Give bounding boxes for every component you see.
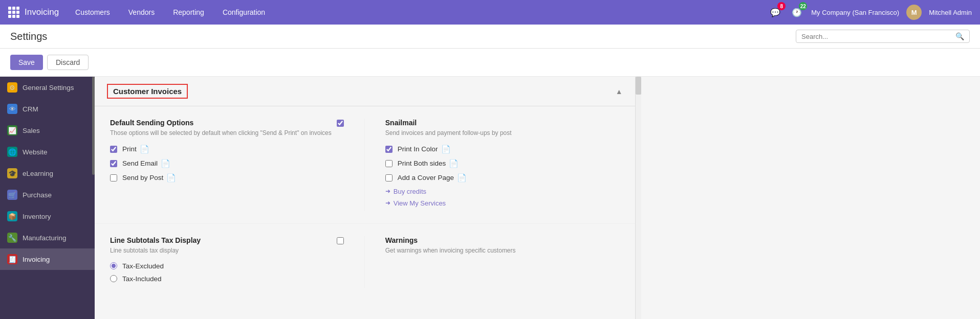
messages-count: 8 bbox=[777, 2, 786, 10]
content-scrollbar[interactable] bbox=[635, 77, 641, 319]
search-icon: 🔍 bbox=[955, 32, 964, 40]
action-bar: Save Discard bbox=[0, 49, 980, 77]
tax-included-label: Tax-Included bbox=[122, 275, 162, 283]
sidebar-scrollbar bbox=[92, 77, 95, 319]
sales-icon: 📈 bbox=[7, 125, 17, 135]
sidebar-label-general-settings: General Settings bbox=[23, 84, 74, 92]
page-header: Settings 🔍 bbox=[0, 25, 980, 49]
cover-doc-icon: 📄 bbox=[457, 173, 467, 183]
buy-credits-arrow: ➜ bbox=[385, 188, 390, 195]
collapse-icon[interactable]: ▲ bbox=[616, 87, 623, 96]
sidebar-item-elearning[interactable]: 🎓 eLearning bbox=[0, 163, 95, 184]
snailmail-panel: Snailmail Send invoices and payment foll… bbox=[365, 119, 620, 211]
print-both-sides-checkbox[interactable] bbox=[385, 160, 393, 167]
print-in-color-checkbox[interactable] bbox=[385, 146, 393, 153]
elearning-icon: 🎓 bbox=[7, 168, 17, 178]
send-by-post-checkbox[interactable] bbox=[110, 174, 117, 181]
main-layout: ⚙ General Settings 👁 CRM 📈 Sales 🌐 Websi… bbox=[0, 77, 980, 319]
warnings-label: Warnings bbox=[385, 236, 620, 244]
sidebar-item-crm[interactable]: 👁 CRM bbox=[0, 98, 95, 120]
sidebar-item-sales[interactable]: 📈 Sales bbox=[0, 120, 95, 141]
tax-excluded-label: Tax-Excluded bbox=[122, 262, 164, 270]
sidebar-label-invoicing: Invoicing bbox=[23, 256, 50, 263]
add-cover-page-checkbox[interactable] bbox=[385, 174, 393, 181]
activities-count: 22 bbox=[799, 2, 807, 10]
send-by-post-option-row: Send by Post 📄 bbox=[110, 173, 344, 183]
default-sending-toggle[interactable] bbox=[337, 120, 344, 127]
add-cover-page-label: Add a Cover Page 📄 bbox=[398, 173, 467, 183]
view-services-link[interactable]: ➜ View My Services bbox=[385, 199, 620, 207]
line-subtotals-toggle[interactable] bbox=[337, 237, 344, 244]
sidebar-item-website[interactable]: 🌐 Website bbox=[0, 141, 95, 163]
line-subtotals-panel: Line Subtotals Tax Display Line subtotal… bbox=[110, 236, 365, 288]
nav-vendors[interactable]: Vendors bbox=[124, 6, 159, 18]
tax-excluded-row: Tax-Excluded bbox=[110, 262, 344, 270]
section-title: Customer Invoices bbox=[107, 84, 188, 99]
sidebar-label-manufacturing: Manufacturing bbox=[23, 234, 67, 242]
default-sending-desc: Those options will be selected by defaul… bbox=[110, 129, 332, 138]
send-by-post-label: Send by Post 📄 bbox=[122, 173, 176, 183]
buy-credits-label: Buy credits bbox=[394, 188, 426, 195]
save-button[interactable]: Save bbox=[10, 55, 43, 70]
print-both-sides-row: Print Both sides 📄 bbox=[385, 159, 620, 168]
messages-badge[interactable]: 💬 8 bbox=[768, 5, 782, 19]
sidebar-label-inventory: Inventory bbox=[23, 213, 51, 220]
purchase-icon: 🛒 bbox=[7, 190, 17, 200]
sidebar-label-website: Website bbox=[23, 148, 48, 156]
buy-credits-link[interactable]: ➜ Buy credits bbox=[385, 188, 620, 195]
sidebar-label-elearning: eLearning bbox=[23, 170, 53, 177]
top-nav-right: 💬 8 🕐 22 My Company (San Francisco) M Mi… bbox=[768, 5, 972, 20]
content-wrapper: Customer Invoices ▲ Default Sending Opti… bbox=[95, 77, 641, 319]
print-both-sides-label: Print Both sides 📄 bbox=[398, 159, 459, 168]
company-name: My Company (San Francisco) bbox=[811, 9, 899, 16]
app-name: Invoicing bbox=[25, 7, 59, 17]
second-settings-section: Line Subtotals Tax Display Line subtotal… bbox=[95, 223, 635, 300]
sidebar-label-sales: Sales bbox=[23, 127, 40, 134]
send-email-option-row: Send Email 📄 bbox=[110, 159, 344, 168]
manufacturing-icon: 🔧 bbox=[7, 233, 17, 243]
nav-links: Customers Vendors Reporting Configuratio… bbox=[71, 6, 756, 18]
nav-configuration[interactable]: Configuration bbox=[219, 6, 269, 18]
send-email-checkbox[interactable] bbox=[110, 160, 117, 167]
warnings-panel: Warnings Get warnings when invoicing spe… bbox=[365, 236, 620, 288]
line-subtotals-desc: Line subtotals tax display bbox=[110, 246, 201, 255]
sidebar-item-purchase[interactable]: 🛒 Purchase bbox=[0, 184, 95, 206]
print-label: Print 📄 bbox=[122, 145, 149, 154]
line-subtotals-label: Line Subtotals Tax Display bbox=[110, 236, 201, 244]
sidebar-item-inventory[interactable]: 📦 Inventory bbox=[0, 206, 95, 227]
content-scrollbar-thumb[interactable] bbox=[636, 77, 641, 95]
sidebar-item-manufacturing[interactable]: 🔧 Manufacturing bbox=[0, 227, 95, 248]
tax-included-radio[interactable] bbox=[110, 275, 117, 282]
apps-grid-icon[interactable] bbox=[8, 7, 19, 18]
both-sides-doc-icon: 📄 bbox=[449, 159, 459, 168]
sidebar-scrollbar-thumb[interactable] bbox=[92, 77, 95, 175]
sidebar-item-invoicing[interactable]: 🧾 Invoicing bbox=[0, 248, 95, 270]
sidebar: ⚙ General Settings 👁 CRM 📈 Sales 🌐 Websi… bbox=[0, 77, 95, 319]
print-checkbox[interactable] bbox=[110, 146, 117, 153]
view-services-label: View My Services bbox=[394, 199, 446, 207]
default-sending-panel: Default Sending Options Those options wi… bbox=[110, 119, 365, 211]
nav-customers[interactable]: Customers bbox=[71, 6, 114, 18]
snailmail-desc: Send invoices and payment follow-ups by … bbox=[385, 129, 620, 138]
send-email-doc-icon: 📄 bbox=[161, 159, 170, 168]
search-input[interactable] bbox=[801, 33, 952, 40]
user-avatar[interactable]: M bbox=[906, 5, 922, 20]
sidebar-item-general-settings[interactable]: ⚙ General Settings bbox=[0, 77, 95, 98]
discard-button[interactable]: Discard bbox=[47, 55, 89, 70]
user-name: Mitchell Admin bbox=[929, 9, 972, 16]
nav-reporting[interactable]: Reporting bbox=[169, 6, 208, 18]
content-inner: Customer Invoices ▲ Default Sending Opti… bbox=[95, 77, 635, 319]
sidebar-label-crm: CRM bbox=[23, 105, 38, 113]
sidebar-label-purchase: Purchase bbox=[23, 191, 52, 199]
app-brand[interactable]: Invoicing bbox=[8, 7, 59, 18]
search-bar[interactable]: 🔍 bbox=[796, 30, 970, 43]
tax-included-row: Tax-Included bbox=[110, 275, 344, 283]
activities-badge[interactable]: 🕐 22 bbox=[790, 5, 804, 19]
tax-excluded-radio[interactable] bbox=[110, 262, 117, 269]
print-in-color-label: Print In Color 📄 bbox=[398, 145, 451, 154]
inventory-icon: 📦 bbox=[7, 211, 17, 221]
section-header: Customer Invoices ▲ bbox=[95, 77, 635, 106]
invoicing-icon: 🧾 bbox=[7, 254, 17, 264]
print-doc-icon: 📄 bbox=[140, 145, 149, 154]
add-cover-page-row: Add a Cover Page 📄 bbox=[385, 173, 620, 183]
